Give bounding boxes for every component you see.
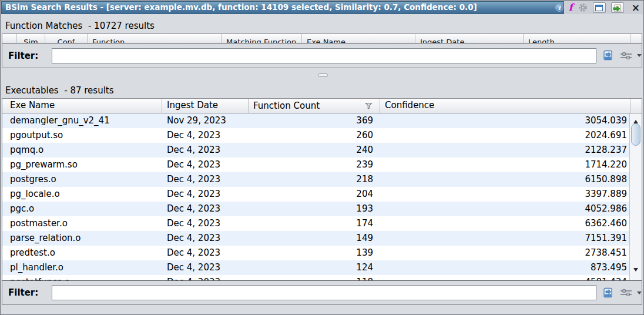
cell-date: Dec 4, 2023 [162,260,249,275]
fm-column-header-length[interactable]: Length [524,34,630,43]
cell-count: 204 [249,187,380,202]
cell-exe: pgoutput.so [2,128,162,143]
table-row[interactable]: pg_locale.oDec 4, 20232043397.889 [2,187,642,202]
table-row[interactable]: parse_relation.oDec 4, 20231497151.391 [2,231,642,246]
table-row[interactable]: pl_handler.oDec 4, 2023124873.495 [2,260,642,275]
column-header-label: Confidence [385,100,434,110]
window-title: BSim Search Results - [server: example.m… [1,1,564,14]
window-panel-icon [595,5,603,11]
cell-confidence: 3397.889 [380,187,630,202]
cell-date: Nov 29, 2023 [162,113,249,128]
cell-confidence: 2738.451 [380,246,630,260]
cell-count: 240 [249,143,380,158]
filter-settings-icon [619,51,633,61]
table-row[interactable]: predtest.oDec 4, 20231392738.451 [2,246,642,260]
cell-exe: postgres.o [2,172,162,187]
scrollbar-thumb[interactable] [631,123,640,146]
cell-date: Dec 4, 2023 [162,187,249,202]
function-matches-filter-bar: Filter: [2,43,642,68]
column-header-label: Exe Name [10,100,55,110]
chevron-down-icon [637,54,642,59]
cell-date: Dec 4, 2023 [162,143,249,158]
window-panel-button[interactable] [593,2,606,13]
cell-date: Dec 4, 2023 [162,231,249,246]
fm-column-header-status[interactable] [2,34,17,43]
cell-count: 239 [249,158,380,172]
cell-count: 369 [249,113,380,128]
cell-count: 124 [249,260,380,275]
filter-options-button[interactable] [619,287,642,298]
fm-column-header-exe-name[interactable]: Exe Name [302,34,415,43]
cell-count: 260 [249,128,380,143]
executables-filter-input[interactable] [52,285,596,300]
table-row[interactable]: pg_prewarm.soDec 4, 20232391714.220 [2,158,642,172]
column-header-label: Ingest Date [167,100,218,110]
exe-column-header-exe-name[interactable]: Exe Name [2,99,162,113]
chevron-down-icon [637,291,642,297]
cell-exe: pg_prewarm.so [2,158,162,172]
cell-count: 139 [249,246,380,260]
table-row[interactable]: pgoutput.soDec 4, 20232602024.691 [2,128,642,143]
cell-exe: postmaster.o [2,216,162,231]
exe-column-header-confidence[interactable]: Confidence [380,99,630,113]
filter-clear-button[interactable] [602,287,614,299]
table-row[interactable]: demangler_gnu_v2_41Nov 29, 20233693054.0… [2,113,642,128]
executables-section-label: Executables - 87 results [5,85,114,96]
close-icon[interactable]: × [632,2,640,13]
cell-confidence: 4052.986 [380,202,630,216]
cell-exe: predtest.o [2,246,162,260]
export-icon [613,4,622,12]
filter-action-icon [602,287,614,299]
vertical-scrollbar[interactable] [629,113,642,281]
scroll-up-icon[interactable] [633,118,638,123]
cell-confidence: 1714.220 [380,158,630,172]
cell-exe: parse_relation.o [2,231,162,246]
table-row[interactable]: pqmq.oDec 4, 20232402128.237 [2,143,642,158]
cell-count: 193 [249,202,380,216]
fm-column-header-sim[interactable]: Sim [17,34,45,43]
cell-confidence: 6362.460 [380,216,630,231]
fm-column-header-matching-function[interactable]: Matching Function [222,34,302,43]
cell-exe: pl_handler.o [2,260,162,275]
table-row[interactable]: pgc.oDec 4, 20231934052.986 [2,202,642,216]
filter-clear-button[interactable] [602,50,614,61]
splitter-handle[interactable] [318,73,328,77]
cell-count: 174 [249,216,380,231]
titlebar-buttons: i f × [555,1,640,14]
filter-label: Filter: [8,287,38,298]
cell-date: Dec 4, 2023 [162,216,249,231]
cell-count: 218 [249,172,380,187]
cell-confidence: 6150.898 [380,172,630,187]
filter-settings-icon [619,287,633,298]
title-bar[interactable]: BSim Search Results - [server: example.m… [1,1,643,14]
cell-exe: pg_locale.o [2,187,162,202]
cell-exe: pqmq.o [2,143,162,158]
cell-exe: pgc.o [2,202,162,216]
filter-options-button[interactable] [619,51,642,61]
scroll-down-icon[interactable] [633,268,638,274]
exe-column-header-function-count[interactable]: Function Count [249,99,380,113]
info-icon[interactable]: i [555,4,564,12]
executables-header-row: Exe NameIngest DateFunction CountConfide… [2,99,642,113]
executables-table-body: demangler_gnu_v2_41Nov 29, 20233693054.0… [2,113,642,281]
table-row[interactable]: postmaster.oDec 4, 20231746362.460 [2,216,642,231]
exe-column-header-ingest-date[interactable]: Ingest Date [162,99,249,113]
cell-date: Dec 4, 2023 [162,172,249,187]
export-button[interactable] [611,2,624,13]
settings-gear-icon[interactable] [578,3,588,12]
column-filter-icon[interactable] [365,102,373,109]
function-icon[interactable]: f [569,3,573,12]
header-corner [630,34,642,43]
cell-confidence: 7151.391 [380,231,630,246]
cell-confidence: 3054.039 [380,113,630,128]
function-matches-filter-input[interactable] [52,48,596,63]
fm-column-header-conf[interactable]: Conf [45,34,88,43]
table-row[interactable]: postgres.oDec 4, 20232186150.898 [2,172,642,187]
header-corner [630,99,642,113]
column-header-label: Function Count [253,99,320,113]
cell-confidence: 2128.237 [380,143,630,158]
fm-column-header-function[interactable]: Function [88,34,222,43]
cell-date: Dec 4, 2023 [162,128,249,143]
fm-column-header-ingest-date[interactable]: Ingest Date [415,34,524,43]
function-matches-panel: SimConfFunctionMatching FunctionExe Name… [2,33,642,68]
